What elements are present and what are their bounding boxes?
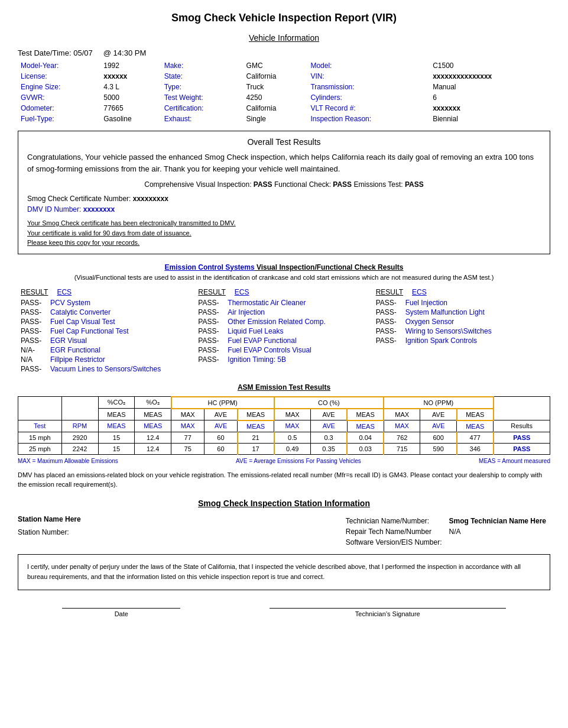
ecs-fuelcap-visual: Fuel Cap Visual Test [50,318,115,326]
exhaust-value: Single [245,114,308,124]
cylinders-label: Cylinders: [309,93,430,102]
asm-o2-col-header: MEAS [135,420,171,432]
asm-row-25mph: 25 mph 2242 15 12.4 75 60 17 0.49 0.35 0… [18,443,550,454]
pass1-badge: PASS [254,180,272,189]
asm-25mph-co2: 15 [98,443,135,454]
ecs-egr-visual: EGR Visual [50,337,87,345]
ecs-col-2: RESULT ECS PASS-Thermostatic Air Cleaner… [195,288,372,374]
ecs-col2-result-header: RESULT [198,288,225,296]
ecs-other: Other Emission Related Comp. [228,318,325,326]
pass-middle2: Emissions Test: [353,180,404,189]
emission-section-title: Emission Control Systems Visual Inspecti… [18,263,550,271]
ecs-fuel-inj: Fuel Injection [405,299,447,307]
asm-25mph-co-ave: 0.35 [310,443,347,454]
station-section-title: Smog Check Inspection Station Informatio… [18,499,550,508]
asm-hc-ave: AVE [205,409,238,420]
ecs-o2-sensor: Oxygen Sensor [405,318,455,326]
page-title: Smog Check Vehicle Inspection Report (VI… [18,12,550,24]
ecs-col-1: RESULT ECS PASS-PCV System PASS-Catalyti… [18,288,195,374]
repair-tech-label: Repair Tech Name/Number [343,527,445,536]
certification-value: California [245,103,308,113]
station-info-layout: Station Name Here Station Number: Techni… [18,515,550,548]
date-sig-item: Date [62,608,180,617]
fuel-type-value: Gasoline [102,114,161,124]
asm-25mph-no-max: 715 [384,443,420,454]
ecs-evap-func: Fuel EVAP Functional [228,337,296,345]
test-time-value: 14:30 PM [113,48,147,57]
asm-rpm-col-header: RPM [61,420,98,432]
congrats-text: Congratulations, Your vehicle passed the… [27,151,541,174]
ecs-col3-result-header: RESULT [376,288,403,296]
ecs-sys-malfunction: System Malfunction Light [405,308,485,316]
pass3-badge: PASS [405,180,424,189]
ecs-vacuum: Vacuum Lines to Sensors/Switches [50,365,161,373]
asm-test-col-header: Test [18,420,62,432]
ecs-col3-ecs-header: ECS [412,288,427,296]
asm-no-meas-col: MEAS [457,420,494,432]
exhaust-label: Exhaust: [163,114,244,124]
asm-meas-legend: MEAS = Amount measured [479,458,550,464]
asm-15mph-no-meas: 477 [457,432,494,443]
asm-co-max: MAX [274,409,311,420]
transmission-label: Transmission: [309,82,430,92]
odometer-value: 77665 [102,103,161,113]
cylinders-value: 6 [431,93,549,102]
make-label: Make: [163,61,244,70]
state-value: California [245,72,308,81]
asm-co2-header: %CO₂ [98,397,135,409]
asm-co2-col-header: MEAS [98,420,135,432]
asm-15mph-o2: 12.4 [135,432,171,443]
asm-15mph-co2: 15 [98,432,135,443]
cert-number-line: Smog Check Certificate Number: xxxxxxxxx [27,195,541,203]
type-value: Truck [245,82,308,92]
state-label: State: [163,72,244,81]
ecs-col-3: RESULT ECS PASS-Fuel Injection PASS-Syst… [373,288,550,374]
type-label: Type: [163,82,244,92]
inspection-reason-label: Inspection Reason: [309,114,430,124]
date-sig-line [62,608,180,609]
software-label: Software Version/EIS Number: [343,538,445,547]
ecs-egr-func: EGR Functional [50,346,100,354]
asm-15mph-co-meas: 0.04 [347,432,384,443]
certification-label: Certification: [163,103,244,113]
asm-25mph-co-meas: 0.03 [347,443,384,454]
asm-15mph-no-max: 762 [384,432,420,443]
asm-o2-header: %O₂ [135,397,171,409]
vin-value: xxxxxxxxxxxxxxx [431,72,549,81]
tech-name-label: Technician Name/Number: [343,516,445,526]
dmv-id-label: DMV ID Number: [27,205,81,213]
asm-25mph-co-max: 0.49 [274,443,311,454]
asm-no-max-col: MAX [384,420,420,432]
station-right-col: Technician Name/Number: Smog Technician … [342,515,550,548]
repair-tech-value: N/A [446,527,550,536]
ecs-air-inj: Air Injection [228,308,265,316]
asm-25mph-result: PASS [494,443,550,454]
signature-area: Date Technician’s Signature [18,608,550,617]
ecs-col2-ecs-header: ECS [235,288,249,296]
inspection-reason-value: Biennial [431,114,549,124]
engine-size-label: Engine Size: [19,82,100,92]
model-label: Model: [309,61,430,70]
test-weight-value: 4250 [245,93,308,102]
asm-15mph-hc-ave: 60 [205,432,238,443]
pass2-badge: PASS [333,180,352,189]
ecs-thermo: Thermostatic Air Cleaner [228,299,306,307]
asm-legend: MAX = Maximum Allowable Emissions AVE = … [18,458,550,464]
asm-25mph-no-meas: 346 [457,443,494,454]
ecs-col1-ecs-header: ECS [57,288,72,296]
asm-no-meas: MEAS [457,409,494,420]
asm-hc-ave-col: AVE [205,420,238,432]
asm-25mph-test: 25 mph [18,443,62,454]
asm-table: %CO₂ %O₂ HC (PPM) CO (%) NO (PPM) MEAS M… [18,396,550,455]
tech-name-value: Smog Technician Name Here [446,516,550,526]
ecs-fillpipe: Fillpipe Restrictor [50,355,105,364]
asm-15mph-result: PASS [494,432,550,443]
overall-test-box: Overall Test Results Congratulations, Yo… [18,131,550,254]
asm-hc-meas-col: MEAS [238,420,274,432]
test-date-value: 05/07 [73,48,93,57]
asm-15mph-co-ave: 0.3 [310,432,347,443]
ecs-fuelcap-func: Fuel Cap Functional Test [50,327,129,335]
asm-15mph-hc-meas: 21 [238,432,274,443]
license-label: License: [19,72,100,81]
tech-sig-label: Technician’s Signature [270,610,506,617]
